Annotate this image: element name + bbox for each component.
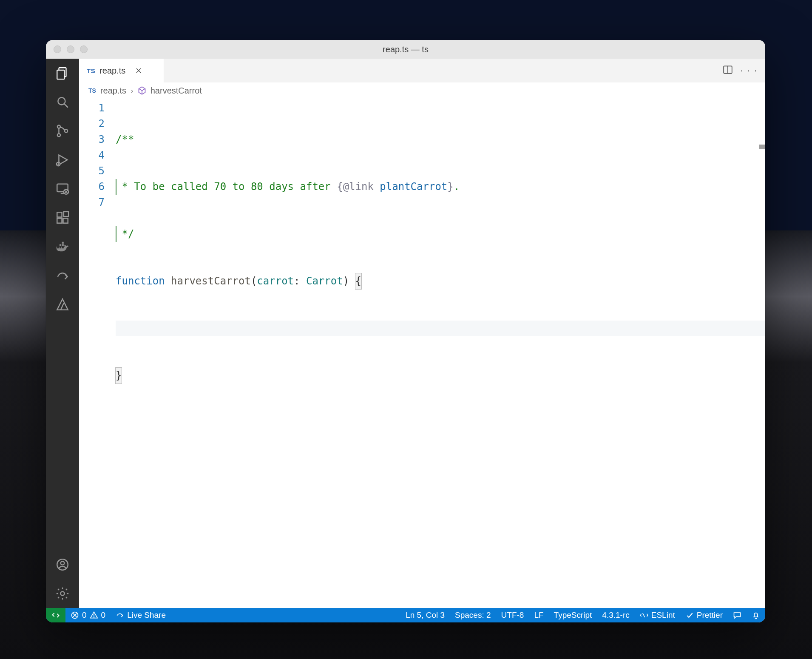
notifications-bell-icon[interactable]: [747, 608, 765, 622]
feedback-icon[interactable]: [728, 608, 747, 622]
svg-line-19: [61, 303, 64, 310]
tab-reap-ts[interactable]: TS reap.ts: [79, 59, 164, 82]
window-controls: [46, 45, 88, 53]
tabs-bar: TS reap.ts · · ·: [79, 59, 765, 82]
encoding-status[interactable]: UTF-8: [496, 608, 529, 622]
titlebar[interactable]: reap.ts — ts: [46, 40, 765, 59]
more-actions-icon[interactable]: · · ·: [740, 65, 758, 76]
breadcrumb[interactable]: TS reap.ts › harvestCarrot: [79, 82, 765, 99]
status-bar: 0 0 Live Share Ln 5, Col 3 Spaces: 2 UTF…: [46, 608, 765, 622]
docker-icon[interactable]: [54, 238, 71, 255]
live-share-status[interactable]: Live Share: [111, 608, 171, 622]
overview-ruler[interactable]: [759, 99, 765, 608]
symbol-method-icon: [138, 86, 146, 95]
indentation-status[interactable]: Spaces: 2: [450, 608, 496, 622]
search-icon[interactable]: [54, 94, 71, 111]
warning-count: 0: [101, 611, 106, 620]
run-debug-icon[interactable]: [54, 151, 71, 168]
close-tab-icon[interactable]: [134, 66, 143, 75]
tab-filename: reap.ts: [99, 66, 125, 76]
activity-bar: [46, 59, 79, 608]
svg-rect-1: [57, 70, 64, 79]
source-control-icon[interactable]: [54, 122, 71, 139]
line-number-gutter: 1 2 3 4 5 6 7: [79, 99, 116, 608]
extensions-icon[interactable]: [54, 209, 71, 226]
bracket-open: {: [355, 273, 362, 290]
svg-point-21: [61, 561, 65, 565]
eslint-status[interactable]: ESLint: [635, 608, 680, 622]
code-content[interactable]: /** * To be called 70 to 80 days after {…: [116, 99, 765, 608]
close-window-button[interactable]: [54, 45, 61, 53]
problems-status[interactable]: 0 0: [65, 608, 111, 622]
svg-line-3: [64, 104, 68, 108]
breadcrumb-file[interactable]: reap.ts: [100, 86, 126, 96]
chevron-right-icon: ›: [131, 86, 133, 96]
ts-badge-icon: TS: [88, 87, 96, 94]
svg-point-4: [57, 125, 60, 128]
svg-rect-16: [63, 218, 68, 223]
cursor-position[interactable]: Ln 5, Col 3: [400, 608, 450, 622]
azure-icon[interactable]: [54, 296, 71, 313]
settings-gear-icon[interactable]: [54, 585, 71, 602]
accounts-icon[interactable]: [54, 556, 71, 573]
svg-rect-17: [64, 212, 68, 216]
svg-rect-15: [57, 218, 62, 223]
svg-marker-18: [57, 299, 68, 310]
zoom-window-button[interactable]: [80, 45, 88, 53]
svg-point-5: [57, 134, 60, 136]
remote-indicator[interactable]: [46, 608, 65, 622]
editor-group: TS reap.ts · · · TS reap.ts ›: [79, 59, 765, 608]
explorer-icon[interactable]: [54, 65, 71, 82]
prettier-status[interactable]: Prettier: [680, 608, 728, 622]
typescript-version[interactable]: 4.3.1-rc: [597, 608, 634, 622]
breadcrumb-symbol[interactable]: harvestCarrot: [150, 86, 202, 96]
svg-rect-14: [57, 212, 62, 217]
ts-badge-icon: TS: [87, 67, 95, 74]
svg-point-32: [94, 617, 94, 617]
error-count: 0: [82, 611, 87, 620]
window-title: reap.ts — ts: [46, 45, 765, 54]
bracket-close: }: [115, 367, 122, 384]
code-editor[interactable]: 1 2 3 4 5 6 7 /** * To be called 70 to 8…: [79, 99, 765, 608]
current-line[interactable]: [116, 321, 765, 336]
remote-explorer-icon[interactable]: [54, 180, 71, 197]
svg-point-22: [60, 591, 64, 595]
svg-point-2: [58, 97, 65, 105]
language-mode[interactable]: TypeScript: [549, 608, 597, 622]
live-share-icon[interactable]: [54, 267, 71, 284]
minimize-window-button[interactable]: [67, 45, 74, 53]
vscode-window: reap.ts — ts: [46, 40, 765, 622]
eol-status[interactable]: LF: [529, 608, 548, 622]
split-editor-icon[interactable]: [722, 64, 733, 77]
